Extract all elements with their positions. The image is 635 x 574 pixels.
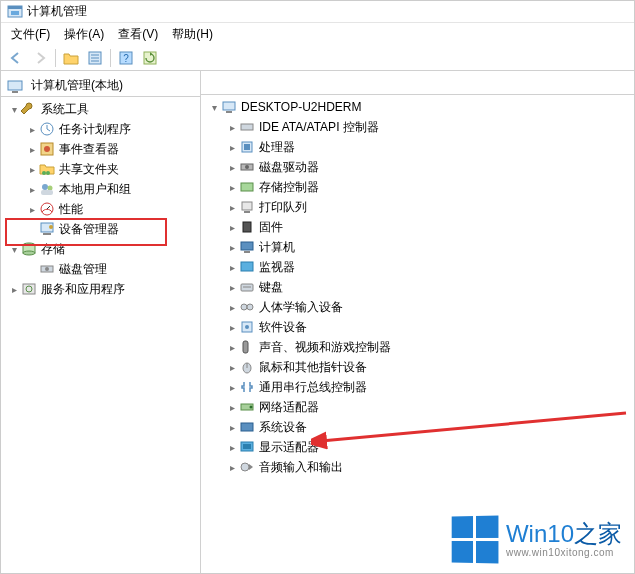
device-category-icon	[239, 219, 255, 235]
device-category-node[interactable]: ▸打印队列	[201, 197, 634, 217]
device-category-node[interactable]: ▸通用串行总线控制器	[201, 377, 634, 397]
node-label: 通用串行总线控制器	[259, 379, 367, 396]
chevron-right-icon[interactable]: ▸	[225, 222, 239, 233]
menu-view[interactable]: 查看(V)	[112, 24, 164, 45]
svg-rect-42	[243, 222, 251, 232]
node-label: 系统设备	[259, 419, 307, 436]
watermark: Win10之家 www.win10xitong.com	[451, 516, 622, 563]
svg-rect-44	[244, 251, 250, 253]
device-category-node[interactable]: ▸网络适配器	[201, 397, 634, 417]
node-label: 事件查看器	[59, 141, 119, 158]
chevron-right-icon[interactable]: ▸	[225, 322, 239, 333]
svg-point-56	[250, 406, 253, 409]
chevron-right-icon[interactable]: ▸	[225, 262, 239, 273]
chevron-right-icon[interactable]: ▸	[225, 282, 239, 293]
device-category-node[interactable]: ▸监视器	[201, 257, 634, 277]
chevron-down-icon[interactable]: ▾	[7, 104, 21, 115]
disk-icon	[39, 261, 55, 277]
device-category-node[interactable]: ▸磁盘驱动器	[201, 157, 634, 177]
chevron-right-icon[interactable]: ▸	[225, 202, 239, 213]
node-desktop-root[interactable]: ▾ DESKTOP-U2HDERM	[201, 97, 634, 117]
node-label: 服务和应用程序	[41, 281, 125, 298]
chevron-right-icon[interactable]: ▸	[25, 184, 39, 195]
svg-rect-19	[41, 190, 53, 195]
chevron-right-icon[interactable]: ▸	[225, 342, 239, 353]
device-category-node[interactable]: ▸存储控制器	[201, 177, 634, 197]
window-title: 计算机管理	[27, 3, 87, 20]
chevron-right-icon[interactable]: ▸	[7, 284, 21, 295]
chevron-down-icon[interactable]: ▾	[207, 102, 221, 113]
device-category-node[interactable]: ▸音频输入和输出	[201, 457, 634, 477]
chevron-right-icon[interactable]: ▸	[25, 124, 39, 135]
node-device-manager[interactable]: 设备管理器	[1, 219, 200, 239]
forward-button[interactable]	[29, 47, 51, 69]
device-category-icon	[239, 239, 255, 255]
toolbar-separator	[55, 49, 56, 67]
menu-help[interactable]: 帮助(H)	[166, 24, 219, 45]
back-button[interactable]	[5, 47, 27, 69]
chevron-down-icon[interactable]: ▾	[7, 244, 21, 255]
menu-file[interactable]: 文件(F)	[5, 24, 56, 45]
refresh-button[interactable]	[139, 47, 161, 69]
device-manager-icon	[39, 221, 55, 237]
device-category-node[interactable]: ▸声音、视频和游戏控制器	[201, 337, 634, 357]
svg-point-60	[241, 463, 249, 471]
node-performance[interactable]: ▸ 性能	[1, 199, 200, 219]
svg-rect-52	[243, 341, 248, 353]
chevron-right-icon[interactable]: ▸	[225, 422, 239, 433]
chevron-right-icon[interactable]: ▸	[225, 402, 239, 413]
chevron-right-icon[interactable]: ▸	[225, 162, 239, 173]
properties-button[interactable]	[84, 47, 106, 69]
folder-button[interactable]	[60, 47, 82, 69]
toolbar: ?	[1, 45, 634, 71]
device-category-node[interactable]: ▸键盘	[201, 277, 634, 297]
chevron-right-icon[interactable]: ▸	[225, 462, 239, 473]
device-category-node[interactable]: ▸软件设备	[201, 317, 634, 337]
chevron-right-icon[interactable]: ▸	[25, 164, 39, 175]
chevron-right-icon[interactable]: ▸	[225, 442, 239, 453]
node-label: 系统工具	[41, 101, 89, 118]
svg-rect-11	[12, 91, 18, 93]
left-pane-header[interactable]: 计算机管理(本地)	[1, 75, 200, 97]
chevron-right-icon[interactable]: ▸	[225, 242, 239, 253]
node-storage[interactable]: ▾ 存储	[1, 239, 200, 259]
chevron-right-icon[interactable]: ▸	[225, 302, 239, 313]
menu-action[interactable]: 操作(A)	[58, 24, 110, 45]
chevron-right-icon[interactable]: ▸	[225, 142, 239, 153]
node-label: 人体学输入设备	[259, 299, 343, 316]
node-local-users[interactable]: ▸ 本地用户和组	[1, 179, 200, 199]
device-category-node[interactable]: ▸系统设备	[201, 417, 634, 437]
users-icon	[39, 181, 55, 197]
node-services-apps[interactable]: ▸ 服务和应用程序	[1, 279, 200, 299]
chevron-right-icon[interactable]: ▸	[225, 122, 239, 133]
node-shared-folders[interactable]: ▸ 共享文件夹	[1, 159, 200, 179]
device-category-node[interactable]: ▸处理器	[201, 137, 634, 157]
node-system-tools[interactable]: ▾ 系统工具	[1, 99, 200, 119]
device-category-node[interactable]: ▸显示适配器	[201, 437, 634, 457]
svg-rect-39	[241, 183, 253, 191]
svg-point-24	[49, 225, 53, 229]
help-button[interactable]: ?	[115, 47, 137, 69]
device-category-icon	[239, 139, 255, 155]
device-category-node[interactable]: ▸人体学输入设备	[201, 297, 634, 317]
device-category-node[interactable]: ▸固件	[201, 217, 634, 237]
device-category-node[interactable]: ▸计算机	[201, 237, 634, 257]
chevron-right-icon[interactable]: ▸	[25, 204, 39, 215]
storage-icon	[21, 241, 37, 257]
svg-rect-33	[226, 111, 232, 113]
node-label: 音频输入和输出	[259, 459, 343, 476]
chevron-right-icon[interactable]: ▸	[225, 362, 239, 373]
node-task-scheduler[interactable]: ▸ 任务计划程序	[1, 119, 200, 139]
device-category-node[interactable]: ▸鼠标和其他指针设备	[201, 357, 634, 377]
device-category-icon	[239, 259, 255, 275]
svg-rect-32	[223, 102, 235, 110]
watermark-brand-a: Win10	[506, 520, 574, 547]
node-label: IDE ATA/ATAPI 控制器	[259, 119, 379, 136]
node-event-viewer[interactable]: ▸ 事件查看器	[1, 139, 200, 159]
device-category-node[interactable]: ▸IDE ATA/ATAPI 控制器	[201, 117, 634, 137]
node-label: 共享文件夹	[59, 161, 119, 178]
node-disk-mgmt[interactable]: 磁盘管理	[1, 259, 200, 279]
chevron-right-icon[interactable]: ▸	[25, 144, 39, 155]
chevron-right-icon[interactable]: ▸	[225, 182, 239, 193]
chevron-right-icon[interactable]: ▸	[225, 382, 239, 393]
